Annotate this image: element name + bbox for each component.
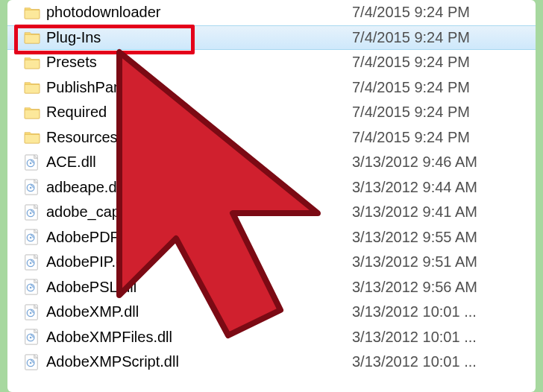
folder-icon <box>24 106 46 119</box>
file-name: photodownloader <box>46 4 352 21</box>
file-date: 3/13/2012 9:56 AM <box>352 279 536 296</box>
file-name: AdobePDFL.dll <box>46 229 352 246</box>
file-row[interactable]: adobe_caps.dll3/13/2012 9:41 AM <box>7 200 536 225</box>
file-row[interactable]: Presets7/4/2015 9:24 PM <box>7 50 536 75</box>
file-explorer-window: photodownloader7/4/2015 9:24 PMPlug-Ins7… <box>7 0 536 392</box>
file-date: 7/4/2015 9:24 PM <box>352 54 536 71</box>
file-row[interactable]: PublishPanel7/4/2015 9:24 PM <box>7 75 536 101</box>
file-row[interactable]: photodownloader7/4/2015 9:24 PM <box>7 0 536 25</box>
file-name: Resources <box>46 129 352 146</box>
file-name: ACE.dll <box>46 154 352 171</box>
file-row[interactable]: AdobePSL.dll3/13/2012 9:56 AM <box>7 275 536 300</box>
dll-file-icon <box>24 329 46 345</box>
file-row[interactable]: Required7/4/2015 9:24 PM <box>7 100 536 125</box>
file-date: 3/13/2012 10:01 ... <box>352 329 536 346</box>
file-name: AdobeXMPScript.dll <box>46 353 352 370</box>
file-row[interactable]: Plug-Ins7/4/2015 9:24 PM <box>7 25 536 51</box>
file-name: AdobePIP.dll <box>46 253 352 271</box>
dll-file-icon <box>24 154 46 171</box>
file-row[interactable]: AdobeXMPScript.dll3/13/2012 10:01 ... <box>7 350 536 375</box>
file-date: 3/13/2012 9:44 AM <box>352 179 536 196</box>
file-name: adobe_caps.dll <box>46 203 352 221</box>
file-name: AdobePSL.dll <box>46 279 352 296</box>
file-name: Plug-Ins <box>46 29 352 46</box>
dll-file-icon <box>24 179 46 195</box>
dll-file-icon <box>24 354 46 370</box>
file-name: AdobeXMP.dll <box>46 303 352 320</box>
file-name: Required <box>46 104 352 121</box>
file-date: 3/13/2012 9:46 AM <box>352 154 536 171</box>
dll-file-icon <box>24 279 46 295</box>
file-date: 7/4/2015 9:24 PM <box>352 29 536 46</box>
folder-icon <box>24 130 46 144</box>
file-list[interactable]: photodownloader7/4/2015 9:24 PMPlug-Ins7… <box>7 0 536 375</box>
file-name: PublishPanel <box>46 79 352 96</box>
file-name: AdobeXMPFiles.dll <box>46 329 352 346</box>
file-date: 3/13/2012 9:55 AM <box>352 229 536 246</box>
dll-file-icon <box>24 254 46 271</box>
file-row[interactable]: ACE.dll3/13/2012 9:46 AM <box>7 150 536 175</box>
file-row[interactable]: Resources7/4/2015 9:24 PM <box>7 125 536 151</box>
folder-icon <box>24 80 46 94</box>
file-date: 7/4/2015 9:24 PM <box>352 104 536 121</box>
file-date: 3/13/2012 10:01 ... <box>352 353 536 370</box>
file-date: 3/13/2012 10:01 ... <box>352 303 536 320</box>
file-row[interactable]: adbeape.dll3/13/2012 9:44 AM <box>7 175 536 200</box>
file-date: 3/13/2012 9:51 AM <box>352 253 536 271</box>
file-row[interactable]: AdobePDFL.dll3/13/2012 9:55 AM <box>7 225 536 250</box>
dll-file-icon <box>24 229 46 245</box>
dll-file-icon <box>24 304 46 320</box>
folder-icon <box>24 56 46 69</box>
file-row[interactable]: AdobePIP.dll3/13/2012 9:51 AM <box>7 250 536 275</box>
folder-icon <box>24 31 46 44</box>
file-date: 7/4/2015 9:24 PM <box>352 79 536 96</box>
file-row[interactable]: AdobeXMP.dll3/13/2012 10:01 ... <box>7 300 536 325</box>
file-name: adbeape.dll <box>46 179 352 196</box>
folder-icon <box>24 6 46 19</box>
file-name: Presets <box>46 54 352 71</box>
file-date: 3/13/2012 9:41 AM <box>352 203 536 221</box>
file-date: 7/4/2015 9:24 PM <box>352 129 536 146</box>
file-date: 7/4/2015 9:24 PM <box>352 4 536 21</box>
dll-file-icon <box>24 204 46 221</box>
file-row[interactable]: AdobeXMPFiles.dll3/13/2012 10:01 ... <box>7 325 536 350</box>
